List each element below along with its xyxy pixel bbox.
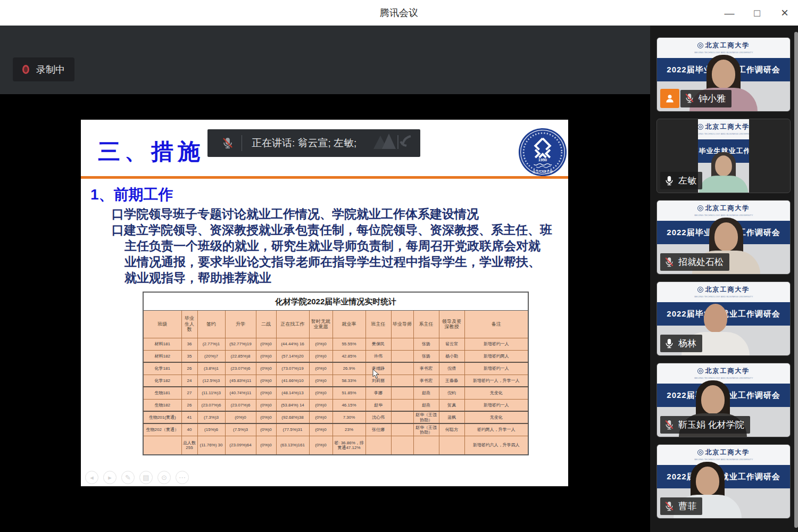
table-cell: 生物181 [143, 387, 181, 399]
divider-rule [81, 176, 568, 179]
table-cell: 新增签约一人 [464, 338, 528, 350]
sidebar-scrollbar[interactable] [794, 32, 798, 528]
virtual-bg-header: 北京工商大学 BEIJING TECHNOLOGY AND BUSINESS U… [657, 445, 790, 465]
table-cell: 材料181 [143, 338, 181, 350]
sharing-user-badge [660, 89, 679, 108]
speaking-indicator-banner: 正在讲话: 翁云宣; 左敏; [207, 129, 420, 157]
pen-icon[interactable]: ✎ [121, 471, 135, 484]
table-cell: 倪钧 [439, 387, 464, 399]
table-cell: 赵华（王强协助） [413, 411, 439, 423]
table-cell [413, 436, 439, 455]
table-cell: 签约两人，升学一人 [464, 423, 528, 436]
table-cell: (0%)0 [309, 362, 332, 375]
results-table: 化材学院2022届毕业情况实时统计班级毕业生人数签约升学二战正在找工作暂时无就业… [143, 292, 529, 455]
table-cell [391, 350, 413, 362]
table-cell: (3.8%)1 [197, 362, 225, 375]
table-cell: 樊保民 [365, 338, 391, 350]
table-cell: (23.09%)64 [225, 436, 256, 455]
table-cell: (63.13%)161 [276, 436, 309, 455]
table-cell: (11.11%)3 [197, 387, 225, 399]
speaking-label: 正在讲话: 翁云宣; 左敏; [252, 136, 356, 150]
table-cell: (57.14%)20 [276, 350, 309, 362]
table-cell: 35 [181, 350, 197, 362]
table-cell: 赵燕 [413, 387, 439, 399]
virtual-bg-footer [698, 163, 749, 193]
table-cell: (23.07%)6 [225, 399, 256, 411]
minimize-button[interactable]: — [724, 8, 735, 18]
table-cell: (0%)0 [309, 387, 332, 399]
university-name-en: BEIJING TECHNOLOGY AND BUSINESS UNIVERSI… [694, 214, 753, 217]
previous-slide-icon[interactable]: ◂ [85, 471, 98, 484]
table-cell: 新增签约一人，升学一人 [464, 375, 528, 387]
participant-tile[interactable]: 北京工商大学 BEIJING TECHNOLOGY AND BUSINESS U… [656, 119, 791, 193]
mic-status-icon [664, 338, 675, 349]
table-cell: 26 [181, 362, 197, 375]
table-cell: (0%)0 [256, 423, 276, 436]
table-header-cell: 就业率 [332, 310, 365, 338]
close-button[interactable]: × [779, 6, 791, 19]
table-cell: 生物202（贯通） [143, 423, 181, 436]
participant-tile[interactable]: 北京工商大学 BEIJING TECHNOLOGY AND BUSINESS U… [656, 363, 791, 437]
table-cell: 张仕娜 [365, 423, 391, 436]
next-slide-icon[interactable]: ▸ [103, 471, 117, 484]
table-cell: 生物182 [143, 399, 181, 411]
zoom-icon[interactable]: ⊙ [157, 471, 171, 484]
table-cell: (0%)0 [256, 375, 276, 387]
participants-panel: 北京工商大学 BEIJING TECHNOLOGY AND BUSINESS U… [650, 26, 798, 532]
university-name-en: BEIJING TECHNOLOGY AND BUSINESS UNIVERSI… [694, 458, 753, 461]
more-options-icon[interactable]: ⋯ [176, 471, 189, 484]
ink-options-icon[interactable]: ▤ [139, 471, 153, 484]
participant-name: 招就处石松 [678, 256, 724, 268]
table-header-cell: 备注 [464, 310, 528, 338]
table-cell: (23.07%)6 [197, 399, 225, 411]
table-cell [391, 423, 413, 436]
bullet-item: 口建立学院领导、资深教授就业承包责任制，每位院领导、资深教授、系主任、班主任负责… [112, 222, 552, 286]
table-cell: 新增签约六人，升学四人 [464, 436, 528, 455]
university-name: 北京工商大学 [705, 204, 750, 213]
svg-text:北京工商大学: 北京工商大学 [533, 170, 553, 174]
university-name: 北京工商大学 [705, 367, 750, 376]
tile-badges: 钟小雅 [660, 89, 732, 108]
table-cell: (7.3%)3 [197, 411, 225, 423]
virtual-bg-banner: 2022届毕业生就业工作调研会 [657, 384, 790, 407]
recording-badge[interactable]: 录制中 [13, 57, 74, 81]
virtual-bg-banner: 2022届毕业生就业工作调研会 [657, 302, 790, 326]
participant-tile[interactable]: 北京工商大学 BEIJING TECHNOLOGY AND BUSINESS U… [656, 37, 791, 112]
table-cell: (0%)0 [256, 399, 276, 411]
table-cell: 翁云宣 [439, 338, 464, 350]
table-cell: 蓝枫 [439, 411, 464, 423]
mouse-cursor [372, 369, 380, 379]
participant-tile[interactable]: 北京工商大学 BEIJING TECHNOLOGY AND BUSINESS U… [656, 200, 791, 275]
table-cell: 26 [181, 399, 197, 411]
table-cell: 36 [181, 338, 197, 350]
table-header-cell: 升学 [225, 310, 256, 338]
table-cell: (11.76%) 30 [197, 436, 225, 455]
table-cell: 58.33% [332, 375, 365, 387]
table-cell: 总人数255 [181, 436, 197, 455]
university-name-en: BEIJING TECHNOLOGY AND BUSINESS UNIVERSI… [694, 377, 753, 379]
table-cell: (0%)0 [309, 399, 332, 411]
table-cell: 材料182 [143, 350, 181, 362]
table-cell: (73.07%)19 [276, 362, 309, 375]
university-emblem-icon [698, 124, 703, 130]
table-cell: 新增签约一人 [464, 362, 528, 375]
table-cell [391, 436, 413, 455]
table-header-cell: 正在找工作 [276, 310, 309, 338]
participant-tile[interactable]: 北京工商大学 BEIJING TECHNOLOGY AND BUSINESS U… [656, 444, 791, 519]
table-cell: (0%)0 [256, 338, 276, 350]
slideshow-toolbar: ◂▸✎▤⊙⋯ [85, 471, 189, 484]
muted-mic-icon [221, 137, 234, 149]
screen-share-area: 三、措施 正在讲话: 翁云宣; 左敏; [0, 94, 650, 532]
bullet-item: 口学院领导班子专题讨论就业工作情况、学院就业工作体系建设情况 [112, 206, 552, 222]
table-cell: 23% [332, 423, 365, 436]
maximize-button[interactable]: □ [751, 8, 763, 18]
table-header-cell: 系主任 [413, 310, 439, 338]
table-cell: 24 [181, 375, 197, 387]
table-cell [391, 387, 413, 399]
table-header-cell: 毕业导师 [391, 310, 413, 338]
university-emblem-icon [697, 450, 703, 455]
table-cell: 无变化 [464, 387, 528, 399]
participant-tile[interactable]: 北京工商大学 BEIJING TECHNOLOGY AND BUSINESS U… [656, 281, 791, 356]
tile-badges: 杨林 [660, 335, 702, 352]
table-cell: 赵华（王强协助） [413, 423, 439, 436]
